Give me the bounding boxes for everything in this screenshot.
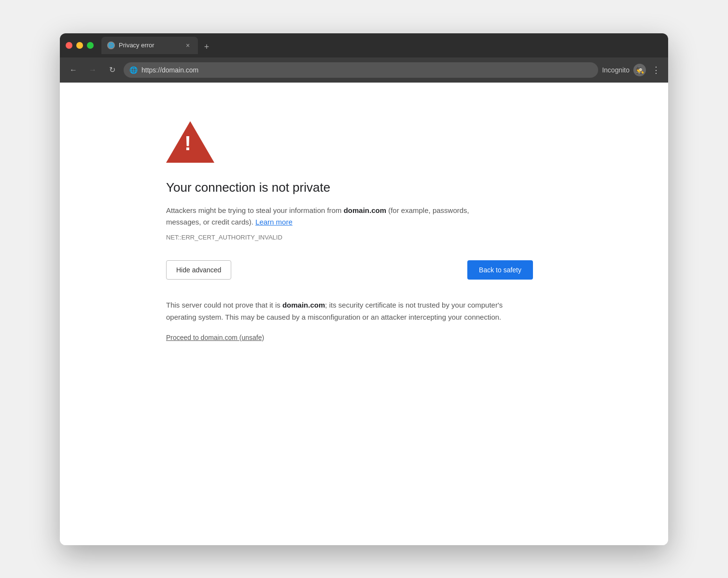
tab-title: Privacy error [119,42,180,49]
incognito-label: Incognito [602,66,630,74]
address-icon: 🌐 [129,66,138,74]
title-bar: 🌐 Privacy error × + [60,33,668,57]
tab-area: 🌐 Privacy error × + [101,37,662,54]
new-tab-button[interactable]: + [200,41,213,54]
warning-triangle-icon [166,121,214,163]
warning-icon-wrap [166,121,533,165]
back-button[interactable]: ← [66,62,81,78]
error-description: Attackers might be trying to steal your … [166,205,494,228]
error-container: Your connection is not private Attackers… [166,121,533,342]
address-text: https://domain.com [141,66,198,74]
close-window-button[interactable] [66,42,72,49]
adv-desc-domain: domain.com [282,301,325,309]
menu-button[interactable]: ⋮ [650,63,662,77]
desc-text-1: Attackers might be trying to steal your … [166,206,344,214]
minimize-window-button[interactable] [76,42,83,49]
toolbar: ← → ↻ 🌐 https://domain.com Incognito 🕵 ⋮ [60,57,668,83]
reload-button[interactable]: ↻ [104,62,120,78]
desc-domain: domain.com [344,206,386,214]
proceed-link[interactable]: Proceed to domain.com (unsafe) [166,334,264,341]
tab-favicon: 🌐 [107,42,115,49]
close-tab-button[interactable]: × [183,41,192,50]
button-row: Hide advanced Back to safety [166,260,533,280]
adv-desc-text-1: This server could not prove that it is [166,301,282,309]
traffic-lights [66,42,94,49]
incognito-area: Incognito 🕵 [602,64,646,76]
error-title: Your connection is not private [166,180,533,195]
address-bar[interactable]: 🌐 https://domain.com [124,62,598,78]
maximize-window-button[interactable] [87,42,94,49]
learn-more-link[interactable]: Learn more [255,218,293,226]
forward-button[interactable]: → [85,62,100,78]
hide-advanced-button[interactable]: Hide advanced [166,260,231,280]
active-tab[interactable]: 🌐 Privacy error × [101,37,198,54]
advanced-description: This server could not prove that it is d… [166,299,533,324]
error-code: NET::ERR_CERT_AUTHORITY_INVALID [166,234,533,241]
back-to-safety-button[interactable]: Back to safety [467,260,533,280]
browser-window: 🌐 Privacy error × + ← → ↻ 🌐 https://doma… [60,33,668,545]
incognito-icon: 🕵 [633,64,646,76]
page-content: Your connection is not private Attackers… [60,83,668,545]
